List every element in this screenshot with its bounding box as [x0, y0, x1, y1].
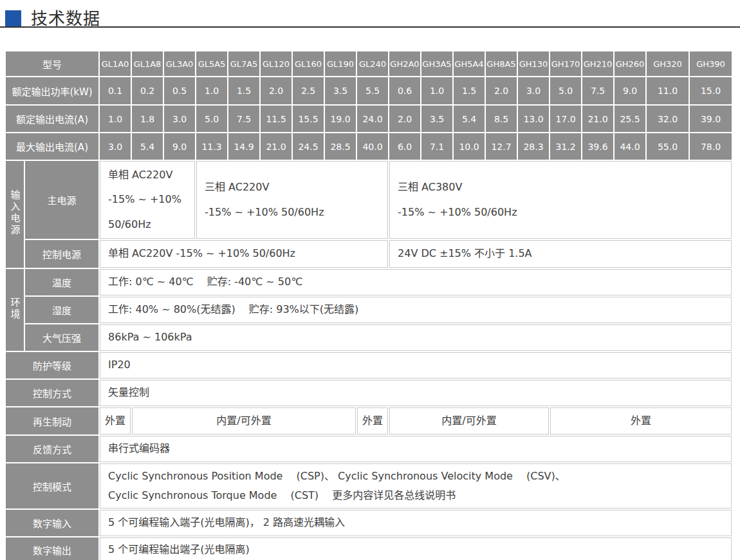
value-cell: 14.9	[228, 133, 259, 160]
value-cell: 24.0	[357, 106, 388, 132]
value-cell: 3.5	[325, 77, 356, 104]
row-label-rated-power: 额定输出功率(kW)	[6, 77, 98, 104]
value-cell: 9.0	[164, 133, 195, 160]
value-cell: 55.0	[647, 133, 689, 160]
model-header-cell: GH320	[647, 51, 689, 76]
pressure-row: 大气压强 86kPa ~ 106kPa	[6, 324, 732, 351]
row-label-digital-output: 数字输出	[6, 537, 98, 560]
model-header-cell: GL1A0	[100, 51, 131, 76]
model-header-cell: GH390	[690, 51, 732, 76]
value-cell: 5.0	[550, 77, 581, 104]
value-cell: 5.4	[454, 106, 485, 132]
value-cell: 15.0	[690, 77, 732, 104]
digital-input-value-cell: 5 个可编程输入端子(光电隔离)， 2 路高速光耦输入	[100, 510, 732, 536]
model-header-cell: GH210	[582, 51, 613, 76]
rated-power-row: 额定输出功率(kW) 0.1 0.2 0.5 1.0 1.5 2.0 2.5 3…	[6, 77, 732, 104]
value-cell: 0.1	[100, 77, 131, 104]
value-cell: 2.0	[261, 77, 291, 104]
digital-input-row: 数字输入 5 个可编程输入端子(光电隔离)， 2 路高速光耦输入	[6, 510, 732, 536]
value-cell: 28.3	[518, 133, 549, 160]
value-cell: 19.0	[325, 106, 356, 132]
braking-row: 再生制动 外置 内置/可外置 外置 内置/可外置 外置	[6, 407, 732, 434]
value-cell: 10.0	[454, 133, 485, 160]
value-cell: 5.5	[357, 77, 388, 104]
value-cell: 5.4	[132, 133, 163, 160]
digital-output-value-cell: 5 个可编程输出端子(光电隔离)	[100, 537, 732, 560]
value-cell: 24.5	[293, 133, 324, 160]
value-cell: 3.5	[421, 106, 452, 132]
value-cell: 7.1	[421, 133, 452, 160]
digital-output-row: 数字输出 5 个可编程输出端子(光电隔离)	[6, 537, 732, 560]
model-header-cell: GL1A8	[132, 51, 163, 76]
row-label-braking: 再生制动	[6, 407, 98, 434]
feedback-row: 反馈方式 串行式编码器	[6, 436, 732, 462]
control-mode-row: 控制模式 Cyclic Synchronous Position Mode (C…	[6, 463, 732, 509]
protection-value-cell: IP20	[100, 352, 732, 378]
value-cell: 40.0	[357, 133, 388, 160]
row-label-digital-input: 数字输入	[6, 510, 98, 536]
row-label-control-mode: 控制模式	[6, 463, 98, 509]
model-header-cell: GL160	[293, 51, 324, 76]
value-cell: 1.0	[100, 106, 131, 132]
value-cell: 17.0	[550, 106, 581, 132]
model-header-cell: GL5A5	[196, 51, 227, 76]
tech-specs-table-container: 型号 GL1A0 GL1A8 GL3A0 GL5A5 GL7A5 GL120 G…	[5, 50, 733, 560]
humidity-value-cell: 工作: 40% ~ 80%(无结露) 贮存: 93%以下(无结露)	[100, 297, 732, 323]
protection-row: 防护等级 IP20	[6, 352, 732, 378]
main-power-three-phase-220-cell: 三相 AC220V -15% ~ +10% 50/60Hz	[196, 161, 388, 239]
model-header-cell: GL190	[325, 51, 356, 76]
control-power-gl-cell: 单相 AC220V -15% ~ +10% 50/60Hz	[100, 240, 388, 268]
braking-cell-external-1: 外置	[100, 407, 131, 434]
value-cell: 39.6	[582, 133, 613, 160]
row-label-pressure: 大气压强	[25, 324, 98, 351]
row-label-max-current: 最大输出电流(A)	[6, 133, 98, 160]
value-cell: 1.5	[228, 77, 259, 104]
value-cell: 78.0	[690, 133, 732, 160]
value-cell: 0.2	[132, 77, 163, 104]
group-label-input-power: 输入电源	[6, 161, 24, 268]
value-cell: 32.0	[647, 106, 689, 132]
value-cell: 1.5	[454, 77, 485, 104]
model-header-cell: GH260	[615, 51, 645, 76]
value-cell: 1.0	[421, 77, 452, 104]
value-cell: 9.0	[615, 77, 645, 104]
value-cell: 5.0	[196, 106, 227, 132]
row-label-feedback: 反馈方式	[6, 436, 98, 462]
row-label-main-power: 主电源	[25, 161, 98, 239]
value-cell: 11.5	[261, 106, 291, 132]
page-title: 技术数据	[31, 5, 100, 29]
value-cell: 3.0	[164, 106, 195, 132]
model-header-cell: GH130	[518, 51, 549, 76]
value-cell: 1.8	[132, 106, 163, 132]
main-power-three-phase-380-cell: 三相 AC380V -15% ~ +10% 50/60Hz	[389, 161, 732, 239]
row-label-model: 型号	[6, 51, 98, 76]
control-method-row: 控制方式 矢量控制	[6, 380, 732, 406]
value-cell: 44.0	[615, 133, 645, 160]
row-label-protection: 防护等级	[6, 352, 98, 378]
value-cell: 0.5	[164, 77, 195, 104]
value-cell: 28.5	[325, 133, 356, 160]
max-current-row: 最大输出电流(A) 3.0 5.4 9.0 11.3 14.9 21.0 24.…	[6, 133, 732, 160]
braking-cell-internal-2: 内置/可外置	[389, 407, 549, 434]
value-cell: 7.5	[228, 106, 259, 132]
main-power-single-phase-cell: 单相 AC220V -15% ~ +10% 50/60Hz	[100, 161, 195, 239]
model-header-cell: GH3A5	[421, 51, 452, 76]
value-cell: 25.5	[615, 106, 645, 132]
row-label-control-method: 控制方式	[6, 380, 98, 406]
value-cell: 21.0	[261, 133, 291, 160]
row-label-temperature: 温度	[25, 269, 98, 295]
value-cell: 11.3	[196, 133, 227, 160]
value-cell: 15.5	[293, 106, 324, 132]
control-method-value-cell: 矢量控制	[100, 380, 732, 406]
value-cell: 0.6	[389, 77, 420, 104]
humidity-row: 湿度 工作: 40% ~ 80%(无结露) 贮存: 93%以下(无结露)	[6, 297, 732, 323]
row-label-control-power: 控制电源	[25, 240, 98, 268]
value-cell: 12.7	[486, 133, 517, 160]
row-label-rated-current: 额定输出电流(A)	[6, 106, 98, 132]
model-header-row: 型号 GL1A0 GL1A8 GL3A0 GL5A5 GL7A5 GL120 G…	[6, 51, 732, 76]
model-header-cell: GH2A0	[389, 51, 420, 76]
tech-specs-table: 型号 GL1A0 GL1A8 GL3A0 GL5A5 GL7A5 GL120 G…	[5, 50, 733, 560]
model-header-cell: GH8A5	[486, 51, 517, 76]
row-label-humidity: 湿度	[25, 297, 98, 323]
value-cell: 3.0	[100, 133, 131, 160]
